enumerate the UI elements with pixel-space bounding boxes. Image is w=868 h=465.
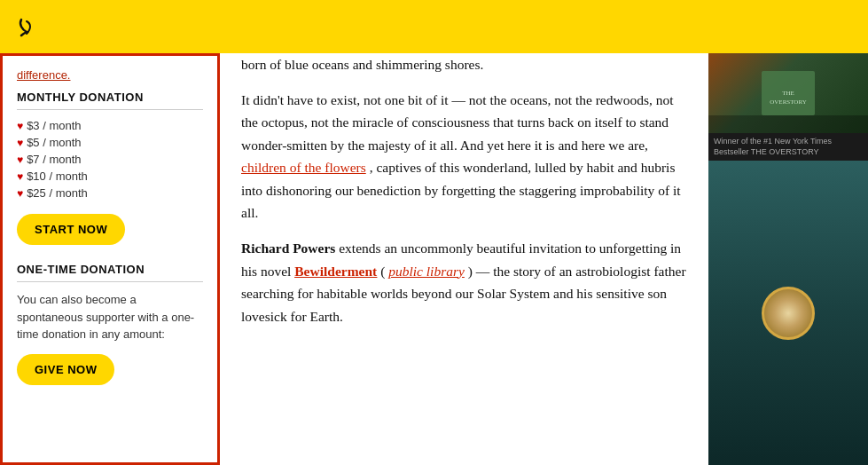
donation-sidebar: difference. MONTHLY DONATION ♥ $3 / mont… bbox=[0, 53, 220, 465]
bewilderment-link[interactable]: Bewilderment bbox=[294, 264, 377, 279]
decorative-circle bbox=[762, 287, 815, 340]
give-now-button[interactable]: GIVE NOW bbox=[17, 354, 114, 385]
content-paragraph-2: It didn't have to exist, not one bit of … bbox=[241, 89, 687, 225]
heart-icon-5: ♥ bbox=[17, 137, 23, 149]
donation-option-5[interactable]: ♥ $5 / month bbox=[17, 136, 203, 149]
start-now-button[interactable]: START NOW bbox=[17, 214, 125, 245]
donation-label-5: $5 / month bbox=[27, 136, 81, 149]
book-cover-image: THE OVERSTORY bbox=[708, 53, 868, 133]
donation-label-3: $3 / month bbox=[27, 119, 81, 132]
one-time-divider bbox=[17, 281, 203, 282]
book-caption-text: Winner of the #1 New York Times Bestsell… bbox=[708, 133, 868, 161]
one-time-donation-title: ONE-TIME DONATION bbox=[17, 263, 203, 276]
main-layout: difference. MONTHLY DONATION ♥ $3 / mont… bbox=[0, 53, 868, 465]
svg-text:OVERSTORY: OVERSTORY bbox=[770, 99, 807, 106]
heart-icon-10: ♥ bbox=[17, 170, 23, 183]
one-time-description: You can also become a spontaneous suppor… bbox=[17, 291, 203, 343]
header-bar bbox=[0, 0, 868, 53]
donation-option-3[interactable]: ♥ $3 / month bbox=[17, 119, 203, 132]
heart-icon-25: ♥ bbox=[17, 187, 23, 200]
right-panel: THE OVERSTORY Winner of the #1 New York … bbox=[708, 53, 868, 465]
monthly-donation-title: MONTHLY DONATION bbox=[17, 91, 203, 104]
richard-powers-name: Richard Powers bbox=[241, 240, 335, 256]
book-cover-svg: THE OVERSTORY bbox=[753, 67, 824, 120]
sidebar-top-link[interactable]: difference. bbox=[17, 68, 203, 82]
heart-icon-7: ♥ bbox=[17, 154, 23, 166]
donation-option-7[interactable]: ♥ $7 / month bbox=[17, 153, 203, 166]
heart-icon-3: ♥ bbox=[17, 120, 23, 132]
monthly-divider bbox=[17, 109, 203, 110]
children-of-flowers-link[interactable]: children of the flowers bbox=[241, 160, 366, 175]
paragraph3b-text: ( bbox=[380, 264, 385, 279]
site-logo[interactable] bbox=[14, 14, 39, 39]
content-paragraph-1: born of blue oceans and shimmering shore… bbox=[241, 53, 687, 76]
donation-option-10[interactable]: ♥ $10 / month bbox=[17, 169, 203, 183]
content-paragraph-3: Richard Powers extends an uncommonly bea… bbox=[241, 237, 687, 327]
one-time-section: ONE-TIME DONATION You can also become a … bbox=[17, 263, 203, 385]
public-library-link[interactable]: public library bbox=[388, 264, 465, 279]
donation-label-7: $7 / month bbox=[27, 153, 81, 166]
donation-label-10: $10 / month bbox=[27, 169, 88, 183]
svg-text:THE: THE bbox=[782, 90, 794, 97]
donation-label-25: $25 / month bbox=[27, 186, 88, 200]
donation-option-25[interactable]: ♥ $25 / month bbox=[17, 186, 203, 200]
main-content: born of blue oceans and shimmering shore… bbox=[220, 53, 708, 465]
paragraph2-text: It didn't have to exist, not one bit of … bbox=[241, 92, 674, 153]
bottom-image-area bbox=[708, 161, 868, 465]
